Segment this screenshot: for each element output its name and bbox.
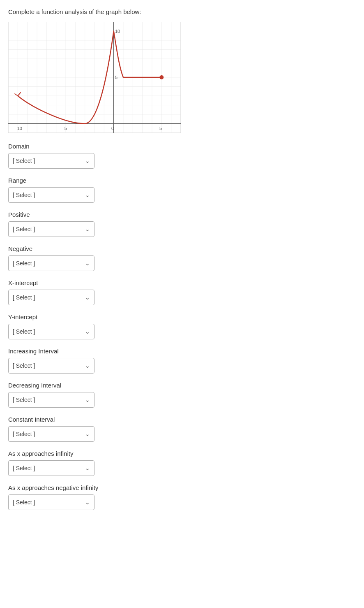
field-group-x-intercept: X-intercept[ Select ]⌄: [8, 279, 356, 305]
chevron-down-icon-negative: ⌄: [85, 260, 90, 267]
field-group-y-intercept: Y-intercept[ Select ]⌄: [8, 313, 356, 339]
label-domain: Domain: [8, 143, 356, 150]
fields-container: Domain[ Select ]⌄Range[ Select ]⌄Positiv…: [8, 143, 356, 510]
field-group-positive: Positive[ Select ]⌄: [8, 211, 356, 237]
label-y-intercept: Y-intercept: [8, 313, 356, 320]
select-constant-interval[interactable]: [ Select ]⌄: [8, 426, 94, 442]
select-text-domain: [ Select ]: [13, 158, 35, 164]
select-domain[interactable]: [ Select ]⌄: [8, 153, 94, 169]
select-text-increasing-interval: [ Select ]: [13, 362, 35, 369]
select-text-decreasing-interval: [ Select ]: [13, 397, 35, 403]
chevron-down-icon-x-approaches-infinity: ⌄: [85, 465, 90, 471]
svg-text:10: 10: [115, 29, 120, 34]
field-group-range: Range[ Select ]⌄: [8, 177, 356, 203]
field-group-constant-interval: Constant Interval[ Select ]⌄: [8, 416, 356, 442]
select-positive[interactable]: [ Select ]⌄: [8, 221, 94, 237]
svg-text:5: 5: [159, 126, 162, 131]
chevron-down-icon-increasing-interval: ⌄: [85, 362, 90, 369]
select-text-positive: [ Select ]: [13, 226, 35, 232]
svg-text:5: 5: [115, 75, 117, 80]
field-group-decreasing-interval: Decreasing Interval[ Select ]⌄: [8, 382, 356, 408]
select-range[interactable]: [ Select ]⌄: [8, 187, 94, 203]
select-text-range: [ Select ]: [13, 192, 35, 198]
label-x-intercept: X-intercept: [8, 279, 356, 286]
label-increasing-interval: Increasing Interval: [8, 348, 356, 355]
label-negative: Negative: [8, 245, 356, 252]
select-decreasing-interval[interactable]: [ Select ]⌄: [8, 392, 94, 408]
label-positive: Positive: [8, 211, 356, 218]
field-group-domain: Domain[ Select ]⌄: [8, 143, 356, 169]
label-x-approaches-neg-infinity: As x approaches negative infinity: [8, 484, 356, 491]
select-increasing-interval[interactable]: [ Select ]⌄: [8, 358, 94, 374]
graph-container: -10 -5 0 5 5 10: [8, 22, 181, 133]
select-negative[interactable]: [ Select ]⌄: [8, 255, 94, 271]
label-constant-interval: Constant Interval: [8, 416, 356, 423]
label-range: Range: [8, 177, 356, 184]
label-decreasing-interval: Decreasing Interval: [8, 382, 356, 389]
chevron-down-icon-range: ⌄: [85, 192, 90, 198]
select-x-intercept[interactable]: [ Select ]⌄: [8, 290, 94, 305]
chevron-down-icon-y-intercept: ⌄: [85, 328, 90, 335]
field-group-x-approaches-neg-infinity: As x approaches negative infinity[ Selec…: [8, 484, 356, 510]
field-group-negative: Negative[ Select ]⌄: [8, 245, 356, 271]
select-text-constant-interval: [ Select ]: [13, 431, 35, 437]
select-text-x-intercept: [ Select ]: [13, 294, 35, 301]
chevron-down-icon-positive: ⌄: [85, 226, 90, 232]
svg-text:0: 0: [111, 126, 114, 131]
select-text-x-approaches-neg-infinity: [ Select ]: [13, 499, 35, 506]
select-text-negative: [ Select ]: [13, 260, 35, 267]
chevron-down-icon-domain: ⌄: [85, 158, 90, 164]
svg-text:-10: -10: [16, 126, 22, 131]
select-text-y-intercept: [ Select ]: [13, 328, 35, 335]
svg-point-37: [159, 75, 164, 79]
chevron-down-icon-decreasing-interval: ⌄: [85, 397, 90, 403]
field-group-x-approaches-infinity: As x approaches infinity[ Select ]⌄: [8, 450, 356, 476]
label-x-approaches-infinity: As x approaches infinity: [8, 450, 356, 457]
chevron-down-icon-x-approaches-neg-infinity: ⌄: [85, 499, 90, 506]
select-y-intercept[interactable]: [ Select ]⌄: [8, 324, 94, 339]
select-x-approaches-neg-infinity[interactable]: [ Select ]⌄: [8, 494, 94, 510]
select-x-approaches-infinity[interactable]: [ Select ]⌄: [8, 460, 94, 476]
instruction-text: Complete a function analysis of the grap…: [8, 8, 356, 15]
select-text-x-approaches-infinity: [ Select ]: [13, 465, 35, 471]
chevron-down-icon-x-intercept: ⌄: [85, 294, 90, 301]
field-group-increasing-interval: Increasing Interval[ Select ]⌄: [8, 348, 356, 374]
chevron-down-icon-constant-interval: ⌄: [85, 431, 90, 437]
svg-text:-5: -5: [63, 126, 67, 131]
